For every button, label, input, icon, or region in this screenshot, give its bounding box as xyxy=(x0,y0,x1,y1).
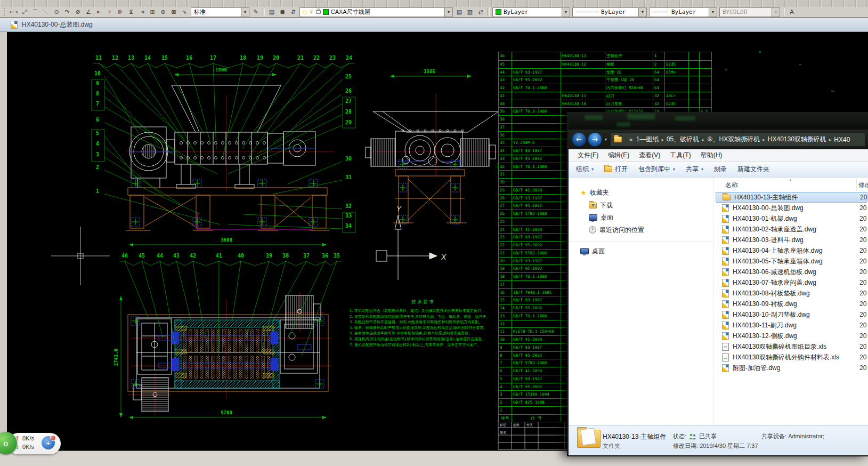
cad-tool-icon[interactable]: ⇥ xyxy=(136,7,147,17)
breadcrumb-item[interactable]: ⑥、HX双轴撕碎机 xyxy=(707,135,760,144)
cad-tool-icon[interactable]: ∿ xyxy=(179,7,190,17)
cad-tool-icon[interactable]: ▤ xyxy=(454,7,465,17)
address-bar[interactable]: « 1—图纸▸05、破碎机▸⑥、HX双轴撕碎机▸HX40130双轴撕碎机▸HX4… xyxy=(610,132,865,147)
linetype-combo-value: ByLayer xyxy=(601,9,626,15)
file-row[interactable]: HX40130-07-轴承座闷盖.dwg20 xyxy=(716,277,867,288)
lineweight-combo[interactable]: ByLayer ▼ xyxy=(649,7,717,17)
layer-combo[interactable]: ○ ☼ CAXA尺寸线层 ▼ xyxy=(299,7,453,17)
toolbar-button-新建文件夹[interactable]: 新建文件夹 xyxy=(737,165,769,174)
file-row[interactable]: HX40130双轴撕碎机图纸目录.xls20 xyxy=(716,341,867,352)
cad-tool-icon[interactable]: ⊪ xyxy=(115,7,126,17)
toolbar-button-共享[interactable]: 共享▾ xyxy=(686,165,703,174)
linetype-combo[interactable]: ByLayer ▼ xyxy=(572,7,647,17)
breadcrumb-item[interactable]: HX40130双轴撕碎机 xyxy=(768,135,826,144)
cad-tool-icon[interactable]: ✎ xyxy=(250,7,261,17)
menu-item[interactable]: 帮助(H) xyxy=(696,151,727,160)
cad-tool-icon[interactable]: ⋱ xyxy=(40,7,51,17)
chevron-down-icon[interactable]: ▼ xyxy=(444,8,452,17)
toolbar-handle[interactable] xyxy=(4,8,7,16)
cad-tool-icon[interactable]: ⤢ xyxy=(19,7,30,17)
explorer-window[interactable]: ← → ▾ « 1—图纸▸05、破碎机▸⑥、HX双轴撕碎机▸HX40130双轴撕… xyxy=(567,112,868,456)
layer-color-swatch[interactable] xyxy=(323,9,329,15)
svg-text:46: 46 xyxy=(121,253,128,259)
cad-tool-icon[interactable]: ⊻ xyxy=(126,7,136,17)
column-separator[interactable] xyxy=(856,179,857,190)
lock-icon[interactable] xyxy=(316,10,321,14)
file-row[interactable]: HX40130-09-衬板.dwg20 xyxy=(716,299,867,309)
file-row[interactable]: HX40130-03-进料斗.dwg20 xyxy=(716,235,867,245)
document-tab[interactable]: HX40130-00-总装图.dwg xyxy=(22,20,93,29)
file-row[interactable]: HX40130-12-侧板.dwg20 xyxy=(716,331,867,341)
breadcrumb-overflow[interactable]: « xyxy=(629,136,633,143)
cad-tool-icon[interactable]: ⟷ xyxy=(9,7,19,17)
breadcrumb-item[interactable]: 05、破碎机 xyxy=(667,135,699,144)
cad-tool-icon[interactable]: ▤ xyxy=(266,7,277,17)
file-row[interactable]: HX40130-06-减速机垫板.dwg20 xyxy=(716,267,867,277)
cad-tool-icon[interactable]: ▥ xyxy=(465,7,475,17)
bulb-icon[interactable]: ○ xyxy=(303,9,307,15)
toolbar-button-刻录[interactable]: 刻录 xyxy=(714,165,727,174)
forward-button[interactable]: → xyxy=(588,132,602,147)
breadcrumb-item[interactable]: HX40 xyxy=(834,136,850,143)
add-button[interactable]: + xyxy=(42,436,55,449)
menu-item[interactable]: 查看(V) xyxy=(634,151,665,160)
color-combo[interactable]: ByLayer ▼ xyxy=(492,7,570,17)
menu-item[interactable]: 文件(F) xyxy=(573,151,603,160)
cad-tool-icon[interactable]: ⊘ xyxy=(72,7,83,17)
file-row[interactable]: HX40130-01-机架.dwg20 xyxy=(716,213,867,224)
cad-tool-icon[interactable]: ⇤ xyxy=(94,7,104,17)
file-row[interactable]: HX40130-13-主轴组件20 xyxy=(716,192,867,203)
history-chevron-icon[interactable]: ▾ xyxy=(605,137,607,142)
file-row[interactable]: HX40130-05-下轴承座箱体.dwg20 xyxy=(716,256,867,267)
toolbar-button-组织[interactable]: 组织▾ xyxy=(576,165,594,174)
dwg-icon xyxy=(722,247,729,255)
cad-tool-icon[interactable]: ⇵ xyxy=(288,7,298,17)
cad-tool-icon[interactable]: ⊕ xyxy=(158,7,168,17)
toolbar-button-包含到库中[interactable]: 包含到库中▾ xyxy=(638,165,675,174)
sidebar-item-桌面[interactable]: 桌面 xyxy=(589,212,613,223)
chevron-down-icon[interactable]: ▼ xyxy=(638,8,646,17)
file-row[interactable]: HX40130双轴撕碎机外购件材料表.xls20 xyxy=(716,352,867,363)
download-icon xyxy=(589,203,597,208)
cad-tool-icon[interactable]: ⊙ xyxy=(51,7,62,17)
cad-tool-icon[interactable]: ≣ xyxy=(277,7,288,17)
menu-item[interactable]: 编辑(E) xyxy=(603,151,634,160)
sidebar-item-favorites[interactable]: ★ 收藏夹 xyxy=(580,187,609,198)
cad-tool-icon[interactable]: ⊦ xyxy=(104,7,115,17)
net-speed-widget[interactable]: o ↑ 0K/s ↓ 0K/s + xyxy=(0,432,63,455)
cad-tool-icon[interactable]: A xyxy=(786,7,797,17)
cad-tool-icon[interactable]: ⊠ xyxy=(168,7,179,17)
chevron-down-icon[interactable]: ▼ xyxy=(709,8,717,17)
dim-style-combo[interactable]: 标准 ▼ xyxy=(191,7,249,17)
file-row[interactable]: HX40130-11-副刀.dwg20 xyxy=(716,320,867,331)
chevron-down-icon[interactable]: ▼ xyxy=(241,8,249,17)
cad-tool-icon[interactable]: ∠ xyxy=(83,7,94,17)
file-row[interactable]: HX40130-08-衬板垫板.dwg20 xyxy=(716,288,867,299)
sidebar-item-下载[interactable]: 下载 xyxy=(589,200,613,211)
sun-icon[interactable]: ☼ xyxy=(309,9,314,15)
menu-item[interactable]: 工具(T) xyxy=(665,151,695,160)
breadcrumb-item[interactable]: 1—图纸 xyxy=(636,135,659,144)
bom-row: 44GB/T 93-1987垫圈 206465Mn xyxy=(499,68,711,76)
cad-tool-icon[interactable]: ⊞ xyxy=(147,7,158,17)
pane-separator[interactable] xyxy=(713,178,713,425)
cad-tool-icon[interactable]: ↷ xyxy=(62,7,72,17)
sidebar-item-最近访问的位置[interactable]: 最近访问的位置 xyxy=(589,224,644,235)
back-button[interactable]: ← xyxy=(572,132,586,147)
file-row[interactable]: HX40130-04-上轴承座箱体.dwg20 xyxy=(716,245,867,256)
file-row[interactable]: HX40130-00-总装图.dwg20 xyxy=(716,203,867,213)
file-row[interactable]: HX40130-02-轴承座透盖.dwg20 xyxy=(716,224,867,235)
file-name: HX40130-07-轴承座闷盖.dwg xyxy=(733,278,816,287)
column-header-date[interactable]: 修改日期 xyxy=(858,181,868,190)
column-header-name[interactable]: 名称 xyxy=(725,181,738,190)
cad-tool-icon[interactable]: ⇄ xyxy=(475,7,486,17)
file-row[interactable]: 附图-加油管.dwg20 xyxy=(716,363,867,373)
explorer-titlebar[interactable] xyxy=(569,112,868,130)
plotstyle-combo-value: BYCOLOR xyxy=(723,9,747,15)
toolbar-button-打开[interactable]: 打开 xyxy=(604,165,628,174)
sidebar-section-桌面[interactable]: 桌面 xyxy=(580,246,605,256)
file-row[interactable]: HX40130-10-副刀垫板.dwg20 xyxy=(716,309,867,320)
details-status: 状态: 已共享 xyxy=(673,432,717,440)
cad-tool-icon[interactable]: ⌒ xyxy=(30,7,40,17)
chevron-down-icon[interactable]: ▼ xyxy=(562,8,570,17)
